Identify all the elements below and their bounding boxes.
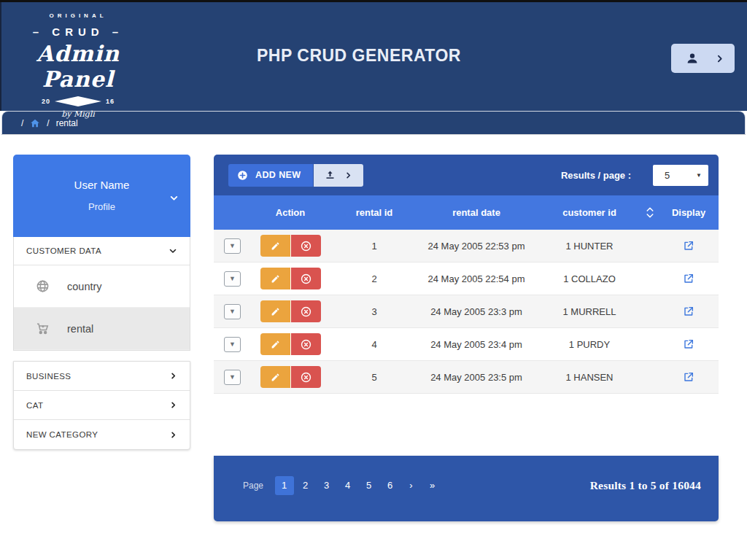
column-header-action[interactable]: Action	[247, 207, 334, 218]
category-label: BUSINESS	[26, 372, 71, 381]
logo-year-right: 16	[106, 98, 115, 105]
edit-button[interactable]	[260, 300, 290, 322]
display-link-icon[interactable]	[683, 371, 694, 383]
row-expand-button[interactable]: ▼	[224, 304, 241, 319]
sidebar-item-country[interactable]: country	[14, 265, 190, 308]
sidebar-section-customer-data[interactable]: CUSTOMER DATA	[14, 237, 190, 265]
sidebar-item-cat[interactable]: CAT	[14, 391, 190, 420]
cell-customer-id: 1 HANSEN	[538, 372, 640, 383]
user-menu-button[interactable]	[671, 44, 735, 73]
display-link-icon[interactable]	[683, 306, 694, 317]
user-icon	[686, 52, 699, 65]
cell-rental-id: 2	[334, 273, 414, 284]
table-row: ▼ 3 24 May 2005 23:3 pm 1 MURRELL	[214, 295, 719, 328]
table-row: ▼ 4 24 May 2005 23:4 pm 1 PURDY	[214, 328, 719, 361]
page-button-1[interactable]: 1	[275, 476, 294, 495]
sidebar-item-label: rental	[67, 323, 93, 335]
page-button-5[interactable]: 5	[360, 476, 379, 495]
chevron-down-icon	[169, 246, 177, 255]
chevron-right-icon	[169, 372, 177, 380]
cell-rental-date: 24 May 2005 23:4 pm	[414, 339, 538, 350]
sidebar-category-panel: BUSINESS CAT NEW CATEGORY	[13, 361, 190, 450]
last-page-button[interactable]: »	[423, 476, 442, 495]
edit-button[interactable]	[260, 268, 290, 289]
customer-data-label: CUSTOMER DATA	[26, 246, 101, 255]
sidebar-item-new-category[interactable]: NEW CATEGORY	[14, 420, 190, 449]
edit-button[interactable]	[260, 333, 290, 355]
cart-icon	[36, 322, 50, 335]
display-link-icon[interactable]	[683, 338, 694, 350]
table-toolbar: ADD NEW Results / page : 5 ▼	[214, 155, 719, 195]
add-new-button[interactable]: ADD NEW	[228, 164, 313, 187]
page-title: PHP CRUD GENERATOR	[257, 46, 461, 66]
app-header: ORIGINAL – CRUD – Admin Panel 20 16 by M…	[0, 2, 747, 111]
results-per-page-label: Results / page :	[561, 170, 631, 181]
delete-button[interactable]	[291, 366, 321, 388]
page-button-6[interactable]: 6	[381, 476, 400, 495]
breadcrumb-separator: /	[21, 118, 23, 128]
sidebar-user-box[interactable]: User Name Profile	[13, 155, 190, 237]
page-label: Page	[243, 481, 263, 491]
cell-customer-id: 1 COLLAZO	[538, 273, 640, 284]
table-empty-area	[214, 394, 719, 456]
sidebar-profile-label: Profile	[13, 201, 190, 212]
delete-button[interactable]	[291, 268, 321, 289]
sidebar: User Name Profile CUSTOMER DATA country …	[13, 155, 190, 450]
logo-crud-text: – CRUD –	[16, 26, 140, 38]
sidebar-item-business[interactable]: BUSINESS	[14, 362, 190, 391]
delete-button[interactable]	[291, 300, 321, 322]
delete-button[interactable]	[291, 235, 321, 257]
column-header-rental-date[interactable]: rental date	[414, 207, 538, 218]
sidebar-user-name: User Name	[13, 179, 190, 191]
row-expand-button[interactable]: ▼	[224, 370, 241, 385]
cell-rental-date: 24 May 2005 23:5 pm	[414, 372, 538, 383]
row-expand-button[interactable]: ▼	[224, 271, 241, 287]
logo-admin-panel-text: Admin Panel	[16, 41, 140, 92]
delete-button[interactable]	[291, 333, 321, 355]
rentals-panel: ADD NEW Results / page : 5 ▼ Action rent…	[214, 155, 719, 521]
column-header-display: Display	[659, 207, 719, 218]
column-header-rental-id[interactable]: rental id	[334, 207, 414, 218]
chevron-right-icon	[169, 431, 177, 439]
breadcrumb-separator: /	[47, 118, 49, 128]
page-button-2[interactable]: 2	[296, 476, 315, 495]
app-logo: ORIGINAL – CRUD – Admin Panel 20 16 by M…	[16, 7, 140, 119]
display-link-icon[interactable]	[683, 240, 694, 252]
logo-year-row: 20 16	[16, 96, 140, 106]
page-button-3[interactable]: 3	[317, 476, 336, 495]
display-link-icon[interactable]	[683, 273, 694, 284]
category-label: NEW CATEGORY	[26, 430, 98, 439]
results-summary: Results 1 to 5 of 16044	[590, 479, 701, 492]
diamond-icon	[55, 96, 101, 106]
upload-icon	[325, 170, 336, 181]
import-export-button[interactable]	[314, 164, 363, 187]
table-row: ▼ 2 24 May 2005 22:54 pm 1 COLLAZO	[214, 262, 719, 295]
results-per-page-select[interactable]: 5	[653, 165, 708, 186]
edit-button[interactable]	[260, 366, 290, 388]
sort-up-icon	[646, 207, 654, 211]
rentals-table-body: ▼ 1 24 May 2005 22:53 pm 1 HUNTER ▼	[214, 230, 719, 394]
column-header-customer-id[interactable]: customer id	[538, 207, 640, 218]
cell-rental-id: 4	[334, 339, 414, 350]
row-expand-button[interactable]: ▼	[224, 337, 241, 352]
sort-down-icon	[646, 214, 654, 218]
row-expand-button[interactable]: ▼	[224, 238, 241, 254]
plus-circle-icon	[237, 170, 248, 181]
cell-rental-id: 1	[334, 241, 414, 252]
page-button-4[interactable]: 4	[338, 476, 357, 495]
sidebar-menu-panel: CUSTOMER DATA country rental	[13, 237, 190, 351]
cell-customer-id: 1 PURDY	[538, 339, 640, 350]
category-label: CAT	[26, 401, 43, 410]
sidebar-item-rental[interactable]: rental	[14, 308, 190, 350]
sort-toggle[interactable]	[640, 207, 659, 218]
results-per-page-select-wrap: 5 ▼	[653, 165, 708, 186]
home-icon[interactable]	[30, 118, 40, 128]
cell-rental-id: 3	[334, 306, 414, 317]
sidebar-item-label: country	[67, 281, 102, 292]
chevron-right-icon	[344, 171, 352, 179]
edit-button[interactable]	[260, 235, 290, 257]
breadcrumb-current: rental	[56, 118, 78, 128]
chevron-right-icon	[715, 54, 724, 63]
next-page-button[interactable]: ›	[402, 476, 421, 495]
cell-rental-id: 5	[334, 372, 414, 383]
